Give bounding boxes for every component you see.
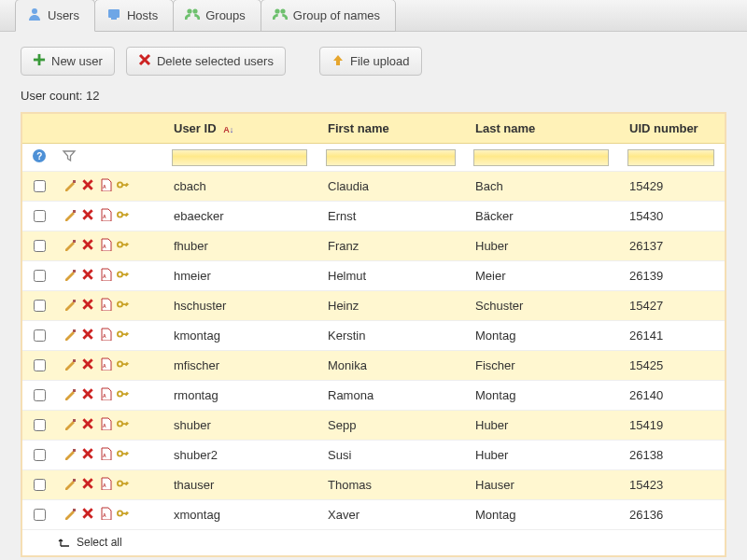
edit-icon[interactable] bbox=[63, 447, 77, 463]
select-all-label: Select all bbox=[77, 536, 122, 549]
cell-user-id[interactable]: thauser bbox=[166, 470, 320, 500]
pdf-icon[interactable] bbox=[99, 298, 112, 314]
tab-group-of-names[interactable]: Group of names bbox=[261, 0, 396, 32]
file-upload-button[interactable]: File upload bbox=[319, 47, 422, 76]
row-checkbox[interactable] bbox=[34, 240, 46, 252]
delete-icon[interactable] bbox=[81, 238, 94, 254]
edit-icon[interactable] bbox=[63, 208, 77, 224]
edit-icon[interactable] bbox=[63, 268, 77, 284]
pdf-icon[interactable] bbox=[99, 417, 112, 433]
select-all-link[interactable]: Select all bbox=[22, 530, 725, 555]
key-icon[interactable] bbox=[117, 447, 130, 463]
edit-icon[interactable] bbox=[63, 357, 77, 373]
toolbar: New user Delete selected users File uplo… bbox=[21, 47, 726, 76]
cell-user-id[interactable]: shuber2 bbox=[166, 441, 320, 470]
cell-user-id[interactable]: mfischer bbox=[166, 351, 320, 381]
pdf-icon[interactable] bbox=[99, 507, 112, 523]
filter-last-name[interactable] bbox=[473, 149, 609, 166]
edit-icon[interactable] bbox=[63, 238, 77, 254]
delete-icon[interactable] bbox=[81, 447, 94, 463]
key-icon[interactable] bbox=[117, 178, 130, 194]
cell-user-id[interactable]: rmontag bbox=[166, 381, 320, 411]
cell-user-id[interactable]: shuber bbox=[166, 411, 320, 441]
delete-selected-button[interactable]: Delete selected users bbox=[126, 47, 286, 76]
delete-icon[interactable] bbox=[81, 268, 94, 284]
row-checkbox[interactable] bbox=[34, 300, 46, 312]
delete-icon[interactable] bbox=[81, 507, 94, 523]
help-icon[interactable] bbox=[32, 152, 47, 166]
pdf-icon[interactable] bbox=[99, 447, 112, 463]
col-last-name[interactable]: Last name bbox=[468, 114, 622, 144]
delete-icon[interactable] bbox=[81, 328, 94, 343]
pdf-icon[interactable] bbox=[99, 387, 112, 403]
filter-uid-number[interactable] bbox=[627, 149, 714, 166]
pdf-icon[interactable] bbox=[99, 268, 112, 284]
key-icon[interactable] bbox=[117, 507, 130, 523]
row-checkbox[interactable] bbox=[34, 270, 46, 282]
tab-label: Users bbox=[48, 8, 79, 22]
row-checkbox[interactable] bbox=[34, 419, 46, 431]
pdf-icon[interactable] bbox=[99, 477, 112, 493]
key-icon[interactable] bbox=[117, 387, 130, 403]
row-checkbox[interactable] bbox=[34, 359, 46, 371]
cell-user-id[interactable]: hschuster bbox=[166, 291, 320, 321]
col-user-id[interactable]: User ID A↓ bbox=[166, 114, 320, 144]
delete-icon[interactable] bbox=[81, 387, 94, 403]
edit-icon[interactable] bbox=[63, 328, 77, 343]
filter-icon[interactable] bbox=[62, 152, 77, 166]
cell-uid-number: 15425 bbox=[622, 351, 725, 381]
cell-user-id[interactable]: xmontag bbox=[166, 500, 320, 530]
key-icon[interactable] bbox=[117, 238, 130, 254]
edit-icon[interactable] bbox=[63, 477, 77, 493]
key-icon[interactable] bbox=[117, 208, 130, 224]
col-first-name[interactable]: First name bbox=[320, 114, 468, 144]
row-checkbox[interactable] bbox=[34, 210, 46, 222]
col-label: First name bbox=[328, 121, 389, 135]
key-icon[interactable] bbox=[117, 298, 130, 314]
delete-icon[interactable] bbox=[81, 178, 94, 194]
edit-icon[interactable] bbox=[63, 298, 77, 314]
key-icon[interactable] bbox=[117, 477, 130, 493]
tab-groups[interactable]: Groups bbox=[173, 0, 261, 32]
edit-icon[interactable] bbox=[63, 417, 77, 433]
tab-hosts[interactable]: Hosts bbox=[94, 0, 174, 32]
row-checkbox[interactable] bbox=[34, 389, 46, 401]
col-uid-number[interactable]: UID number bbox=[622, 114, 725, 144]
delete-icon[interactable] bbox=[81, 298, 94, 314]
table-row: mfischerMonikaFischer15425 bbox=[22, 351, 725, 381]
edit-icon[interactable] bbox=[63, 387, 77, 403]
key-icon[interactable] bbox=[117, 328, 130, 343]
cell-user-id[interactable]: kmontag bbox=[166, 321, 320, 351]
edit-icon[interactable] bbox=[63, 507, 77, 523]
new-user-button[interactable]: New user bbox=[21, 47, 115, 76]
edit-icon[interactable] bbox=[63, 178, 77, 194]
filter-first-name[interactable] bbox=[326, 149, 456, 166]
pdf-icon[interactable] bbox=[99, 208, 112, 224]
pdf-icon[interactable] bbox=[99, 238, 112, 254]
table-row: rmontagRamonaMontag26140 bbox=[22, 381, 725, 411]
key-icon[interactable] bbox=[117, 417, 130, 433]
cell-user-id[interactable]: hmeier bbox=[166, 261, 320, 291]
pdf-icon[interactable] bbox=[99, 178, 112, 194]
cell-user-id[interactable]: ebaecker bbox=[166, 202, 320, 231]
tab-users[interactable]: Users bbox=[15, 0, 95, 32]
row-checkbox[interactable] bbox=[34, 180, 46, 192]
cell-user-id[interactable]: fhuber bbox=[166, 231, 320, 261]
cell-first-name: Helmut bbox=[320, 261, 468, 291]
delete-icon[interactable] bbox=[81, 417, 94, 433]
filter-user-id[interactable] bbox=[172, 149, 307, 166]
key-icon[interactable] bbox=[117, 357, 130, 373]
delete-icon[interactable] bbox=[81, 208, 94, 224]
row-checkbox[interactable] bbox=[34, 449, 46, 461]
row-checkbox[interactable] bbox=[34, 329, 46, 342]
delete-icon[interactable] bbox=[81, 477, 94, 493]
pdf-icon[interactable] bbox=[99, 357, 112, 373]
delete-icon[interactable] bbox=[81, 357, 94, 373]
pdf-icon[interactable] bbox=[99, 328, 112, 343]
cell-uid-number: 15427 bbox=[622, 291, 725, 321]
key-icon[interactable] bbox=[117, 268, 130, 284]
row-checkbox[interactable] bbox=[34, 479, 46, 491]
cell-user-id[interactable]: cbach bbox=[166, 172, 320, 202]
row-checkbox[interactable] bbox=[34, 509, 46, 521]
cell-last-name: Bach bbox=[468, 172, 622, 202]
